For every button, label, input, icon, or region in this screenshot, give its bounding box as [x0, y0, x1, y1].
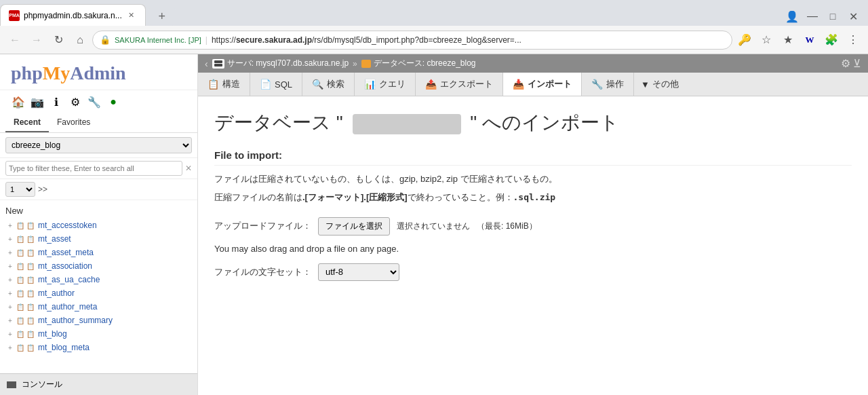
back-button[interactable]: ←	[5, 31, 24, 50]
tab-structure[interactable]: 📋 構造	[198, 73, 250, 96]
new-item[interactable]: New	[0, 203, 197, 219]
structure-icon: 📋	[208, 79, 219, 90]
svg-rect-0	[214, 60, 222, 63]
tab-favicon: PMA	[9, 10, 20, 21]
page-next-button[interactable]: >>	[38, 185, 47, 194]
db-select[interactable]: cbreeze_blog	[5, 137, 192, 153]
table-name: mt_accesstoken	[38, 221, 97, 230]
tools-icon[interactable]: 🔧	[87, 94, 102, 109]
description-text-2: 圧縮ファイルの名前は.[フォーマット].[圧縮形式]で終わっていること。例：.s…	[214, 191, 852, 205]
forward-button[interactable]: →	[27, 31, 46, 50]
tab-query[interactable]: 📊 クエリ	[355, 73, 416, 96]
home-button[interactable]: ⌂	[71, 31, 90, 50]
nav-icons: 🔑 ☆ ★ W 🧩 ⋮	[735, 31, 863, 50]
table-item[interactable]: + 📋 📋 mt_blog	[0, 327, 197, 341]
choose-file-button[interactable]: ファイルを選択	[318, 217, 390, 236]
tab-close-button[interactable]: ✕	[126, 10, 137, 21]
sidebar-tab-recent[interactable]: Recent	[5, 113, 49, 132]
camera-icon[interactable]: 📷	[30, 94, 45, 109]
svg-rect-1	[214, 64, 222, 67]
active-tab[interactable]: PMA phpmyadmin.db.sakura.n... ✕	[0, 4, 146, 26]
add-icon: +	[5, 261, 15, 271]
profile-button[interactable]: 👤	[783, 7, 802, 26]
tab-export[interactable]: 📤 エクスポート	[416, 73, 503, 96]
filter-input[interactable]	[5, 161, 182, 176]
pagination-row: 1 >>	[0, 179, 197, 200]
add-icon: +	[5, 275, 15, 284]
table-item[interactable]: + 📋 📋 mt_asset	[0, 232, 197, 246]
filter-clear-button[interactable]: ✕	[185, 164, 192, 173]
table-icon: 📋	[16, 302, 25, 312]
server-icon	[212, 59, 224, 69]
menu-button[interactable]: ⋮	[844, 31, 863, 50]
status-icon[interactable]: ●	[106, 94, 121, 109]
console-icon	[7, 381, 16, 388]
table-item[interactable]: + 📋 📋 mt_asset_meta	[0, 246, 197, 259]
table-item[interactable]: + 📋 📋 mt_author_meta	[0, 300, 197, 314]
main-content: ‹ サーバ: mysql707.db.sakura.ne.jp » データベース…	[198, 54, 868, 395]
tab-search[interactable]: 🔍 検索	[302, 73, 355, 96]
console-label: コンソール	[22, 379, 62, 390]
file-max-size: （最長: 16MiB）	[477, 221, 537, 232]
tab-operations[interactable]: 🔧 操作	[582, 73, 634, 96]
table-item[interactable]: + 📋 📋 mt_accesstoken	[0, 219, 197, 232]
table-icon2: 📋	[26, 221, 35, 230]
home-icon[interactable]: 🏠	[11, 94, 26, 109]
settings-icon[interactable]: ⚙	[68, 94, 83, 109]
sidebar-tab-favorites[interactable]: Favorites	[49, 113, 98, 132]
minimize-button[interactable]: —	[803, 7, 822, 26]
charset-select[interactable]: utf-8 utf-16 euc-jp shift_jis iso-8859-1	[318, 263, 399, 281]
blurred-db-name	[353, 114, 461, 134]
table-item[interactable]: + 📋 📋 mt_author_summary	[0, 314, 197, 327]
table-name: mt_asset_meta	[38, 248, 94, 257]
pma-logo-text: phpMyAdmin	[11, 62, 186, 84]
upload-label: アップロードファイル：	[214, 220, 311, 232]
tab-search-label: 検索	[327, 78, 344, 90]
maximize-button[interactable]: □	[823, 7, 842, 26]
add-icon: +	[5, 343, 15, 352]
sql-icon: 📄	[260, 79, 271, 90]
settings-icon-btn[interactable]: ⚙	[841, 57, 850, 70]
info-icon[interactable]: ℹ	[49, 94, 64, 109]
section-title: File to import:	[214, 149, 852, 166]
app-area: phpMyAdmin 🏠 📷 ℹ ⚙ 🔧 ● Recent Favorites	[0, 54, 868, 395]
table-item[interactable]: + 📋 📋 mt_as_ua_cache	[0, 273, 197, 286]
extension-icon[interactable]: 🧩	[822, 31, 841, 50]
tab-import-label: インポート	[528, 78, 572, 90]
breadcrumb-left: ‹ サーバ: mysql707.db.sakura.ne.jp » データベース…	[205, 58, 476, 69]
new-tab-icon: +	[158, 10, 165, 24]
address-bar[interactable]: 🔒 SAKURA Internet Inc. [JP] | https://se…	[92, 31, 732, 50]
db-selector: cbreeze_blog	[0, 133, 197, 158]
tab-sql[interactable]: 📄 SQL	[250, 73, 302, 96]
table-icon: 📋	[16, 221, 25, 230]
bookmark-icon[interactable]: ★	[778, 31, 797, 50]
reload-button[interactable]: ↻	[49, 31, 68, 50]
main-tabs: 📋 構造 📄 SQL 🔍 検索 📊 クエリ 📤 エクスポート	[198, 73, 868, 96]
table-item[interactable]: + 📋 📋 mt_association	[0, 259, 197, 273]
upload-file-row: アップロードファイル： ファイルを選択 選択されていません （最長: 16MiB…	[214, 217, 852, 236]
close-window-button[interactable]: ✕	[844, 7, 863, 26]
add-icon: +	[5, 248, 15, 257]
charset-label: ファイルの文字セット：	[214, 266, 311, 278]
tab-more[interactable]: ▼ その他	[634, 73, 686, 96]
tab-structure-label: 構造	[222, 78, 240, 90]
table-icon2: 📋	[26, 316, 35, 325]
collapse-icon-btn[interactable]: ⊻	[853, 57, 861, 70]
table-icon2: 📋	[26, 302, 35, 312]
table-item[interactable]: + 📋 📋 mt_author	[0, 286, 197, 300]
new-tab-button[interactable]: +	[149, 7, 176, 26]
star-icon[interactable]: ☆	[757, 31, 776, 50]
breadcrumb-back-button[interactable]: ‹	[205, 58, 208, 69]
table-icon: 📋	[16, 288, 25, 298]
tab-sql-label: SQL	[275, 79, 292, 90]
key-icon[interactable]: 🔑	[735, 31, 754, 50]
table-item[interactable]: + 📋 📋 mt_blog_meta	[0, 341, 197, 354]
table-icon: 📋	[16, 343, 25, 352]
operations-icon: 🔧	[591, 79, 603, 90]
w-icon[interactable]: W	[800, 31, 819, 50]
charset-row: ファイルの文字セット： utf-8 utf-16 euc-jp shift_ji…	[214, 263, 852, 281]
nav-bar: ← → ↻ ⌂ 🔒 SAKURA Internet Inc. [JP] | ht…	[0, 26, 868, 54]
tab-import[interactable]: 📥 インポート	[503, 73, 582, 96]
console-bar[interactable]: コンソール	[0, 373, 197, 395]
page-select[interactable]: 1	[5, 182, 35, 197]
